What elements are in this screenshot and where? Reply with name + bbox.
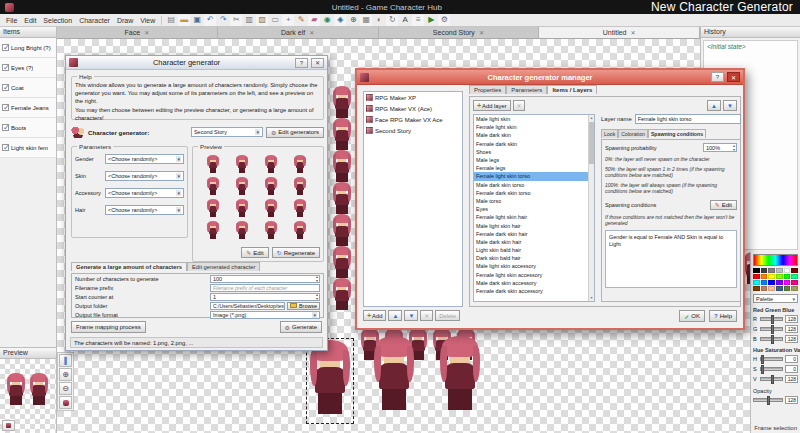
layers-icon[interactable]: ≡ <box>412 15 424 26</box>
palette-swatch[interactable] <box>784 268 791 273</box>
layer-name-input[interactable]: Female light skin torso <box>635 114 741 124</box>
layer-row[interactable]: Male light skin hair <box>474 221 588 229</box>
slider-thumb[interactable] <box>771 325 774 334</box>
browse-button[interactable]: Browse <box>287 302 320 310</box>
palette-swatch[interactable] <box>784 280 791 285</box>
layer-row[interactable]: Female dark skin torso <box>474 189 588 197</box>
color-spectrum[interactable] <box>753 254 798 266</box>
item-row[interactable]: Long Bright (?) <box>0 38 56 58</box>
palette-swatch[interactable] <box>753 280 760 285</box>
copy-icon[interactable]: ▥ <box>243 15 255 26</box>
ok-button[interactable]: ✓ OK <box>679 310 705 322</box>
layer-detail-tab[interactable]: Look <box>601 129 618 138</box>
manager-tab[interactable]: Properties <box>469 85 506 94</box>
remove-layer-button[interactable]: ✕ <box>513 100 526 111</box>
generator-list-item[interactable]: Second Story <box>364 125 462 136</box>
dialog-help-button[interactable]: ? <box>295 58 308 68</box>
channel-slider[interactable] <box>760 357 783 361</box>
layer-row[interactable]: Female light skin torso <box>474 172 588 180</box>
mirror-icon[interactable]: ◐ <box>373 15 385 26</box>
add-layer-button[interactable]: +Add layer <box>473 100 511 111</box>
item-row[interactable]: Light skin fem <box>0 138 56 158</box>
channel-slider[interactable] <box>760 377 783 381</box>
zoom-icon[interactable]: ⊕ <box>347 15 359 26</box>
item-row[interactable]: Female Jeans <box>0 98 56 118</box>
item-checkbox[interactable] <box>2 64 9 71</box>
menu-item[interactable]: View <box>137 17 158 24</box>
text-icon[interactable]: A <box>399 15 411 26</box>
spinner-arrows-icon[interactable]: ▴▾ <box>733 144 735 151</box>
dialog-close-button[interactable]: ✕ <box>727 72 740 82</box>
frame-mapping-button[interactable]: Frame mapping process <box>71 321 146 333</box>
preview-frame-button[interactable] <box>2 420 15 431</box>
tab-close-icon[interactable]: ✕ <box>630 29 635 36</box>
palette-swatch[interactable] <box>776 286 783 291</box>
palette-swatch[interactable] <box>753 268 760 273</box>
menu-item[interactable]: Character <box>76 17 113 24</box>
prefix-input[interactable]: Filename prefix of each character <box>210 284 320 292</box>
generate-button[interactable]: ⚙ Generate <box>280 321 322 333</box>
pause-button[interactable]: ∥ <box>59 354 72 367</box>
new-file-icon[interactable]: ▤ <box>165 15 177 26</box>
remove-button[interactable]: ✕ <box>420 310 433 321</box>
palette-swatch[interactable] <box>761 274 768 279</box>
save-icon[interactable]: ▣ <box>191 15 203 26</box>
format-select[interactable]: Image (*.png) ▾ <box>210 311 320 319</box>
parameter-select[interactable]: <Choose randomly> ▾ <box>105 171 184 181</box>
generator-list-item[interactable]: RPG Maker VX (Ace) <box>364 103 462 114</box>
parameter-select[interactable]: <Choose randomly> ▾ <box>105 188 184 198</box>
item-row[interactable]: Coat <box>0 78 56 98</box>
tab-close-icon[interactable]: ✕ <box>479 29 484 36</box>
slider-thumb[interactable] <box>771 375 774 384</box>
settings-icon[interactable]: ⚙ <box>438 15 450 26</box>
layer-row[interactable]: Eyes <box>474 205 588 213</box>
color-picker-icon[interactable]: ◈ <box>334 15 346 26</box>
item-row[interactable]: Eyes (?) <box>0 58 56 78</box>
pencil-icon[interactable]: ✎ <box>295 15 307 26</box>
cut-icon[interactable]: ✂ <box>230 15 242 26</box>
palette-swatch[interactable] <box>768 286 775 291</box>
channel-slider[interactable] <box>760 317 783 321</box>
regenerate-button[interactable]: ↻ Regenerate <box>272 247 320 258</box>
dialog-tab[interactable]: Generate a large amount of characters <box>71 262 187 271</box>
palette-swatch[interactable] <box>791 280 798 285</box>
palette-swatch[interactable] <box>761 280 768 285</box>
redo-icon[interactable]: ↷ <box>217 15 229 26</box>
zoom-in-button[interactable]: ⊕ <box>59 368 72 381</box>
counter-stepper[interactable]: 1 ▴▾ <box>210 293 320 301</box>
palette-swatch[interactable] <box>791 268 798 273</box>
dialog-title-bar[interactable]: Character generator manager ? ✕ <box>357 70 743 85</box>
probability-stepper[interactable]: 100% ▴▾ <box>703 143 737 152</box>
channel-slider[interactable] <box>760 367 783 371</box>
dialog-tab[interactable]: Edit generated character <box>187 262 260 271</box>
move-icon[interactable]: + <box>282 15 294 26</box>
palette-swatch[interactable] <box>784 286 791 291</box>
layer-row[interactable]: Light skin bald hair <box>474 246 588 254</box>
layer-row[interactable]: Shoes <box>474 148 588 156</box>
palette-swatch[interactable] <box>753 274 760 279</box>
edit-conditions-button[interactable]: ✎ Edit <box>710 200 737 210</box>
slider-thumb[interactable] <box>767 396 770 405</box>
layer-row[interactable]: Female light skin hair <box>474 213 588 221</box>
dialog-help-button[interactable]: ? <box>711 72 724 82</box>
history-entry[interactable]: <Initial state> <box>704 41 797 52</box>
menu-item[interactable]: Selection <box>40 17 75 24</box>
dialog-title-bar[interactable]: Character generator ? ✕ <box>66 56 327 70</box>
generator-list-item[interactable]: RPG Maker XP <box>364 92 462 103</box>
edit-generators-button[interactable]: ⚙ Edit generators <box>266 127 324 138</box>
zoom-out-button[interactable]: ⊖ <box>59 382 72 395</box>
layer-row[interactable]: Female legs <box>474 164 588 172</box>
layer-row[interactable]: Female dark skin hair <box>474 230 588 238</box>
character-sprite-selected[interactable] <box>308 340 352 422</box>
layer-detail-tab[interactable]: Spawning conditions <box>648 129 706 138</box>
document-tab[interactable]: Face ✕ <box>57 27 218 38</box>
palette-swatch[interactable] <box>768 274 775 279</box>
palette-select[interactable]: Palette ▾ <box>753 294 798 303</box>
palette-swatch[interactable] <box>784 274 791 279</box>
character-thumb-button[interactable] <box>59 396 72 409</box>
slider-thumb[interactable] <box>761 365 764 374</box>
grid-icon[interactable]: ▦ <box>360 15 372 26</box>
scroll-up-icon[interactable]: ▴ <box>589 115 594 121</box>
item-checkbox[interactable] <box>2 124 9 131</box>
scrollbar-thumb[interactable] <box>589 122 594 164</box>
